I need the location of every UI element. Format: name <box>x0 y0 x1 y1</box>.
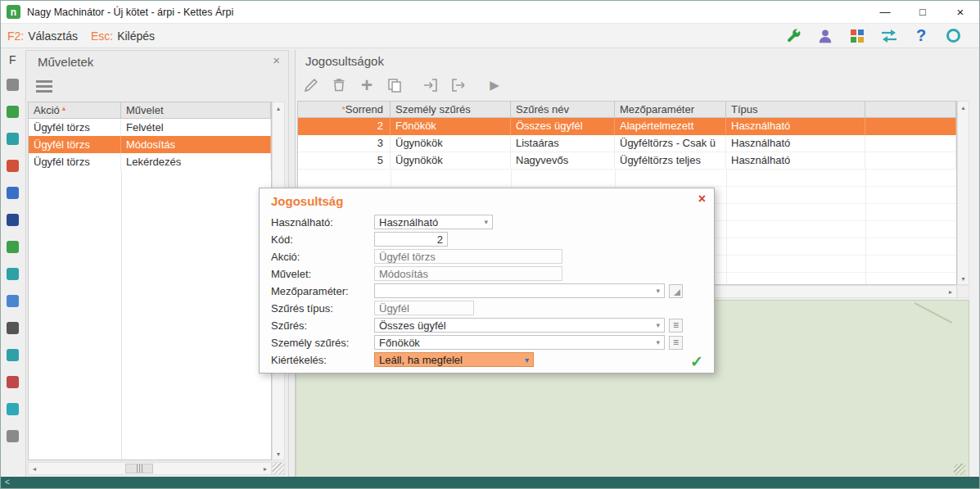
column-header-mezoparameter[interactable]: Mezőparaméter <box>615 102 726 117</box>
menu-item-kilepes[interactable]: Esc: Kilépés <box>91 29 155 43</box>
kiertekeles-dropdown[interactable]: Leáll, ha megfelel ▾ <box>374 352 534 367</box>
scroll-right-icon[interactable]: ▸ <box>945 286 956 297</box>
sidebar-icon-12[interactable] <box>7 376 19 388</box>
dialog-close-icon[interactable]: × <box>698 192 706 206</box>
sidebar-icon-1[interactable] <box>7 79 19 91</box>
cell-szemely-szures: Ügynökök <box>391 135 511 152</box>
resize-grip[interactable] <box>954 464 965 475</box>
cell-szures-nev: Listaáras <box>511 135 615 152</box>
field-label: Művelet: <box>271 268 374 280</box>
table-row[interactable]: 3 Ügynökök Listaáras Ügyféltörzs - Csak … <box>298 135 956 152</box>
column-header-szemely-szures[interactable]: Személy szűrés <box>391 102 511 117</box>
sidebar-icon-8[interactable] <box>7 268 19 280</box>
resize-grip[interactable] <box>272 462 285 475</box>
run-icon[interactable]: ▶ <box>485 76 504 94</box>
modules-grid-icon[interactable] <box>847 26 867 46</box>
back-arrow-icon[interactable]: < <box>5 478 10 487</box>
field-label: Személy szűrés: <box>271 337 374 349</box>
vertical-scrollbar[interactable]: ▴ ▾ <box>957 101 969 285</box>
minimize-button[interactable]: — <box>866 1 904 23</box>
wrench-icon[interactable] <box>784 26 803 46</box>
szures-dropdown[interactable]: Összes ügyfél ▾ <box>374 318 665 333</box>
scroll-right-icon[interactable]: ▸ <box>260 463 271 474</box>
scroll-up-icon[interactable]: ▴ <box>273 102 284 114</box>
corner-triangle-icon <box>674 289 680 296</box>
export-icon[interactable] <box>449 76 467 94</box>
list-icon: ≡ <box>673 337 679 348</box>
sidebar-icon-2[interactable] <box>7 106 19 118</box>
left-icon-strip <box>7 79 19 442</box>
hamburger-menu-icon[interactable] <box>36 80 52 93</box>
scrollbar-thumb[interactable] <box>125 464 153 473</box>
menu-item-valasztas[interactable]: F2: Választás <box>7 29 78 43</box>
sidebar-icon-10[interactable] <box>7 322 19 334</box>
cell-sorrend: 3 <box>298 135 391 152</box>
chevron-down-icon: ▾ <box>525 355 529 364</box>
sidebar-icon-3[interactable] <box>7 133 19 145</box>
table-row[interactable]: 5 Ügynökök Nagyvevős Ügyféltörzs teljes … <box>298 152 956 170</box>
sidebar-icon-11[interactable] <box>7 349 19 361</box>
delete-icon[interactable] <box>330 76 348 94</box>
panel-close-icon[interactable]: × <box>273 53 280 67</box>
maximize-button[interactable]: □ <box>904 1 942 23</box>
kod-input[interactable]: 2 <box>374 232 448 247</box>
column-header-tipus[interactable]: Típus <box>726 102 865 117</box>
table-row-selected[interactable]: Ügyfél törzs Módosítás <box>29 136 271 153</box>
user-icon[interactable] <box>815 26 835 46</box>
cell-muvelet: Felvétel <box>121 119 271 136</box>
column-header-empty <box>865 102 956 117</box>
column-header-muvelet[interactable]: Művelet <box>121 102 271 118</box>
hasznalhato-dropdown[interactable]: Használható ▾ <box>374 215 493 229</box>
field-value: Ügyfél <box>379 302 409 315</box>
copy-icon[interactable] <box>386 76 404 94</box>
szemely-szures-list-button[interactable]: ≡ <box>669 336 683 350</box>
mezoparameter-editor-button[interactable] <box>669 284 683 298</box>
field-value: Módosítás <box>379 268 428 280</box>
sidebar-icon-7[interactable] <box>7 241 19 253</box>
column-header-szures-nev[interactable]: Szűrés név <box>511 102 615 117</box>
sidebar-icon-5[interactable] <box>7 187 19 199</box>
scroll-down-icon[interactable]: ▾ <box>958 273 969 284</box>
scroll-up-icon[interactable]: ▴ <box>958 102 969 113</box>
mezoparameter-dropdown[interactable]: ▾ <box>374 283 665 298</box>
scrollbar-track[interactable] <box>40 463 260 474</box>
sidebar-icon-6[interactable] <box>7 214 19 226</box>
horizontal-scrollbar[interactable]: ◂ ▸ <box>28 462 272 475</box>
scroll-down-icon[interactable]: ▾ <box>273 448 284 460</box>
status-ring-icon[interactable] <box>943 26 963 46</box>
field-value: Főnökök <box>379 337 420 349</box>
help-icon[interactable]: ? <box>911 26 931 46</box>
field-label: Használható: <box>271 216 374 229</box>
import-icon[interactable] <box>422 76 440 94</box>
column-header-sorrend[interactable]: *Sorrend <box>298 102 391 117</box>
edit-icon[interactable] <box>302 76 320 94</box>
szures-tipus-field: Ügyfél <box>374 301 474 315</box>
cell-szures-nev: Nagyvevős <box>511 152 615 169</box>
sidebar-icon-13[interactable] <box>7 403 19 415</box>
collapsed-panel-tab[interactable]: F <box>9 53 16 66</box>
app-window: n Nagy Machinátor - Új kötet - árpi - Ke… <box>0 0 980 489</box>
cell-mezoparameter: Ügyféltörzs - Csak ü <box>615 135 726 152</box>
sidebar-icon-9[interactable] <box>7 295 19 307</box>
transfer-arrows-icon[interactable] <box>879 26 899 46</box>
cell-szemely-szures: Főnökök <box>391 118 511 135</box>
add-icon[interactable]: + <box>358 76 376 94</box>
cell-akcio: Ügyfél törzs <box>29 119 121 136</box>
szemely-szures-dropdown[interactable]: Főnökök ▾ <box>374 335 665 350</box>
panel-title: Műveletek <box>38 55 93 69</box>
table-row-selected[interactable]: 2 Főnökök Összes ügyfél Alapértelmezett … <box>298 118 956 135</box>
cell-szemely-szures: Ügynökök <box>391 152 511 169</box>
sidebar-icon-14[interactable] <box>7 430 19 442</box>
cell-empty <box>865 118 956 135</box>
sort-asc-icon: ▴ <box>62 104 66 112</box>
column-header-akcio[interactable]: Akció▴ <box>29 102 121 118</box>
akcio-field: Ügyfél törzs <box>374 249 562 264</box>
field-label: Akció: <box>271 251 374 263</box>
close-button[interactable]: × <box>942 1 979 23</box>
table-row[interactable]: Ügyfél törzs Felvétel <box>29 119 271 136</box>
scroll-left-icon[interactable]: ◂ <box>29 463 40 474</box>
sidebar-icon-4[interactable] <box>7 160 19 172</box>
confirm-check-button[interactable]: ✓ <box>690 352 703 371</box>
table-row[interactable]: Ügyfél törzs Lekérdezés <box>29 153 271 170</box>
szures-list-button[interactable]: ≡ <box>669 319 683 333</box>
